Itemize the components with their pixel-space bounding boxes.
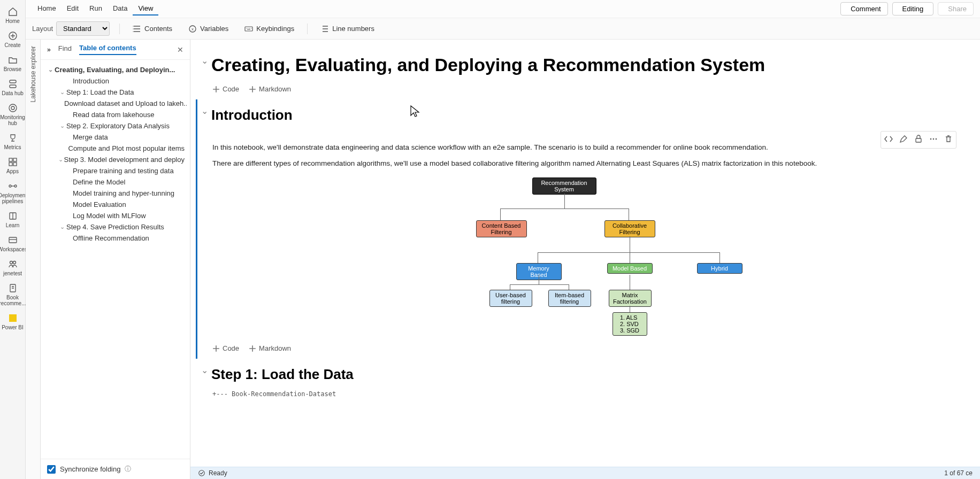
toc-item[interactable]: Offline Recommendation xyxy=(44,233,187,244)
variables-button[interactable]: x Variables xyxy=(185,22,232,35)
menu-edit[interactable]: Edit xyxy=(62,2,84,16)
view-toolbar: Layout Standard Contents x Variables Key… xyxy=(26,18,980,40)
fold-chevron[interactable]: ⌄ xyxy=(197,359,211,375)
rail-apps[interactable]: Apps xyxy=(0,153,25,177)
comment-button[interactable]: Comment xyxy=(840,2,887,16)
menu-home[interactable]: Home xyxy=(32,2,62,16)
line-numbers-button[interactable]: Line numbers xyxy=(317,22,378,35)
editing-mode-button[interactable]: Editing xyxy=(892,2,934,16)
intro-paragraph-1: In this notebook, we'll demonstrate data… xyxy=(212,140,969,156)
fold-chevron[interactable]: ⌄ xyxy=(197,99,211,116)
toc-item[interactable]: Introduction xyxy=(44,75,187,87)
toc-item[interactable]: Compute and Plot most popular items xyxy=(44,143,187,154)
rail-people[interactable]: jenetest xyxy=(0,256,25,280)
toc-item[interactable]: Model Evaluation xyxy=(44,199,187,210)
keybindings-button[interactable]: Keybindings xyxy=(241,22,297,35)
svg-rect-2 xyxy=(10,85,16,88)
top-menu-bar: HomeEditRunDataView Comment Editing Shar… xyxy=(26,0,980,18)
status-bar: Ready 1 of 67 ce xyxy=(190,467,980,479)
learn-icon xyxy=(7,211,18,221)
info-icon[interactable]: ⓘ xyxy=(125,465,131,474)
toc-item[interactable]: ⌄Creating, Evaluating, and Deployin... xyxy=(44,64,187,75)
chevron-down-icon: ⌄ xyxy=(58,122,66,129)
close-toc-icon[interactable]: ✕ xyxy=(177,45,183,54)
toc-item[interactable]: Prepare training and testing data xyxy=(44,165,187,176)
people-icon xyxy=(7,259,18,269)
add-code-cell[interactable]: Code xyxy=(212,85,239,93)
workspaces-icon xyxy=(7,235,18,245)
toc-item[interactable]: ⌄Step 3. Model development and deploy xyxy=(44,154,187,165)
notebook-title: Creating, Evaluating, and Deploying a Re… xyxy=(211,51,969,79)
svg-rect-16 xyxy=(9,314,17,322)
svg-rect-6 xyxy=(13,158,17,161)
toc-item[interactable]: Download dataset and Upload to lakeh... xyxy=(44,98,187,109)
editing-label: Editing xyxy=(902,5,924,13)
view-source-button[interactable] xyxy=(883,134,894,146)
folder-icon xyxy=(7,55,18,65)
comment-label: Comment xyxy=(851,5,881,13)
status-ok-icon xyxy=(198,469,205,477)
svg-point-13 xyxy=(10,261,12,264)
toc-item[interactable]: Log Model with MLFlow xyxy=(44,210,187,221)
share-button[interactable]: Share xyxy=(938,2,974,16)
trophy-icon xyxy=(7,133,18,143)
lakehouse-explorer-tab[interactable]: Lakehouse explorer xyxy=(26,40,41,479)
svg-point-3 xyxy=(9,104,17,112)
toc-item[interactable]: Read data from lakehouse xyxy=(44,109,187,120)
svg-rect-7 xyxy=(9,163,12,166)
layout-label: Layout xyxy=(32,25,53,33)
notebook-icon xyxy=(7,283,18,293)
rail-pbi[interactable]: Power BI xyxy=(0,310,25,334)
toc-tab[interactable]: Table of contents xyxy=(79,44,136,55)
rail-pipeline[interactable]: Deployment pipelines xyxy=(0,177,25,207)
svg-point-4 xyxy=(11,106,14,110)
svg-point-14 xyxy=(13,261,16,264)
add-markdown-cell[interactable]: Markdown xyxy=(249,85,291,93)
rail-datahub[interactable]: Data hub xyxy=(0,75,25,99)
add-code-cell[interactable]: Code xyxy=(212,344,239,352)
add-markdown-cell[interactable]: Markdown xyxy=(249,344,291,352)
svg-text:x: x xyxy=(192,27,194,32)
step1-heading: Step 1: Load the Data xyxy=(211,361,969,385)
datahub-icon xyxy=(7,79,18,89)
home-icon xyxy=(7,6,18,17)
sync-folding-checkbox[interactable] xyxy=(47,465,56,474)
svg-rect-12 xyxy=(9,237,17,243)
toc-item[interactable]: ⌄Step 2. Exploratory Data Analysis xyxy=(44,120,187,132)
fold-chevron[interactable]: ⌄ xyxy=(197,49,211,66)
monitor-icon xyxy=(7,103,18,113)
rail-monitor[interactable]: Monitoring hub xyxy=(0,99,25,129)
rail-trophy[interactable]: Metrics xyxy=(0,129,25,153)
rail-home[interactable]: Home xyxy=(0,3,25,27)
edit-cell-button[interactable] xyxy=(898,134,909,146)
menu-run[interactable]: Run xyxy=(84,2,108,16)
rail-folder[interactable]: Browse xyxy=(0,51,25,75)
toc-item[interactable]: ⌄Step 4. Save Prediction Results xyxy=(44,221,187,233)
lock-cell-button[interactable] xyxy=(913,134,924,146)
svg-rect-1 xyxy=(10,80,16,83)
find-tab[interactable]: Find xyxy=(58,44,72,55)
rail-notebook[interactable]: Book recomme... xyxy=(0,280,25,310)
share-label: Share xyxy=(948,5,967,13)
menu-data[interactable]: Data xyxy=(108,2,133,16)
delete-cell-button[interactable] xyxy=(943,134,954,146)
notebook-editor: ⌄ Creating, Evaluating, and Deploying a … xyxy=(190,40,980,479)
toc-footer: Synchronize folding ⓘ xyxy=(41,459,190,479)
toc-item[interactable]: ⌄Step 1: Load the Data xyxy=(44,87,187,98)
rail-plus[interactable]: Create xyxy=(0,27,25,51)
intro-heading: Introduction xyxy=(211,102,969,129)
more-cell-button[interactable] xyxy=(928,134,939,146)
rail-learn[interactable]: Learn xyxy=(0,207,25,231)
svg-point-10 xyxy=(14,185,17,187)
layout-select[interactable]: Standard xyxy=(56,21,110,36)
svg-rect-24 xyxy=(916,138,921,142)
collapse-toc-icon[interactable]: » xyxy=(47,46,51,53)
svg-point-19 xyxy=(133,28,134,29)
chevron-down-icon: ⌄ xyxy=(58,223,66,230)
toc-item[interactable]: Model training and hyper-tunning xyxy=(44,188,187,199)
rail-workspaces[interactable]: Workspaces xyxy=(0,231,25,256)
toc-item[interactable]: Define the Model xyxy=(44,176,187,188)
menu-view[interactable]: View xyxy=(133,2,158,16)
toc-item[interactable]: Merge data xyxy=(44,132,187,143)
contents-button[interactable]: Contents xyxy=(129,22,175,35)
